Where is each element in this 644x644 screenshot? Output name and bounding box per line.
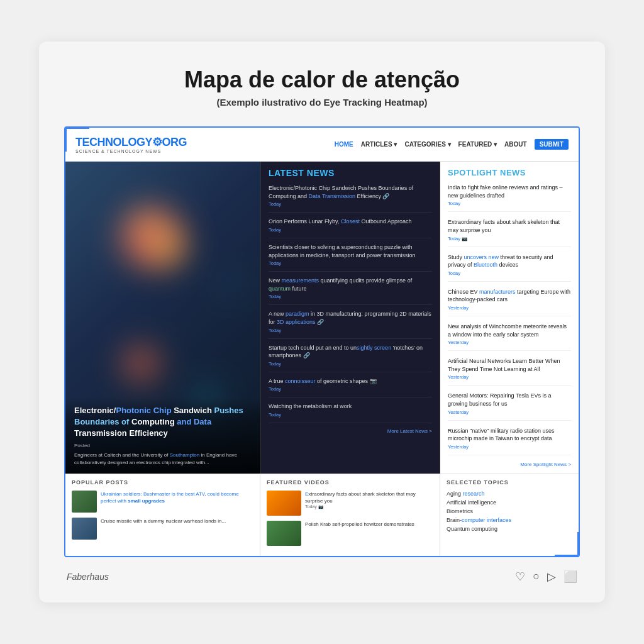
- site-content: Electronic/Photonic Chip Sandwich Pushes…: [65, 162, 579, 474]
- spotlight-item-title: Russian "native" military radio station …: [448, 427, 571, 443]
- logo-area: TECHNOLOGY⚙ORG SCIENCE & TECHNOLOGY NEWS: [75, 135, 187, 153]
- news-item-title: A new paradigm in 3D manufacturing: prog…: [269, 310, 432, 326]
- spotlight-date: Yesterday: [448, 409, 571, 415]
- topic-item[interactable]: Brain-computer interfaces: [447, 517, 572, 523]
- nav-featured[interactable]: FEATURED ▾: [458, 141, 497, 148]
- site-tagline: SCIENCE & TECHNOLOGY NEWS: [75, 149, 187, 153]
- news-meta: Today: [269, 201, 432, 207]
- news-meta: Today: [269, 328, 432, 333]
- news-item-title: Startup tech could put an end to unsight…: [269, 344, 432, 360]
- search-icon[interactable]: ○: [533, 570, 540, 584]
- card-subtitle: (Exemplo ilustrativo do Eye Tracking Hea…: [64, 97, 580, 108]
- news-meta: Today: [269, 412, 432, 418]
- featured-posted: Posted: [74, 443, 252, 448]
- news-item[interactable]: Scientists closer to solving a supercond…: [269, 243, 432, 272]
- spotlight-item[interactable]: India to fight fake online reviews and r…: [448, 184, 571, 212]
- news-meta: Today: [269, 361, 432, 367]
- spotlight-item-title: Study uncovers new threat to security an…: [448, 253, 571, 269]
- spotlight-item[interactable]: Artificial Neural Networks Learn Better …: [448, 357, 571, 386]
- news-meta: Today: [269, 386, 432, 392]
- spotlight-news-column: SPOTLIGHT NEWS India to fight fake onlin…: [440, 162, 579, 474]
- news-meta: Today: [269, 294, 432, 299]
- heatmap-blob-red-small: [116, 341, 166, 386]
- spotlight-item-title: India to fight fake online reviews and r…: [448, 184, 571, 199]
- site-logo: TECHNOLOGY⚙ORG: [75, 135, 187, 149]
- spotlight-date: Today: [448, 270, 571, 276]
- topic-item[interactable]: Artificial intelligence: [447, 499, 572, 506]
- news-item-title: A true connoisseur of geometric shapes 📷: [269, 377, 432, 386]
- spotlight-news-title: SPOTLIGHT NEWS: [448, 168, 571, 177]
- popular-item-title: Ukrainian soldiers: Bushmaster is the be…: [101, 491, 253, 513]
- footer-brand: Faberhaus: [67, 572, 109, 582]
- news-item[interactable]: Orion Performs Lunar Flyby, Closest Outb…: [269, 218, 432, 238]
- popular-item[interactable]: Cruise missile with a dummy nuclear warh…: [72, 518, 253, 540]
- spotlight-date: Yesterday: [448, 340, 571, 345]
- spotlight-item[interactable]: Russian "native" military radio station …: [448, 427, 571, 455]
- latest-news-title: LATEST NEWS: [269, 168, 432, 178]
- spotlight-item[interactable]: Study uncovers new threat to security an…: [448, 253, 571, 282]
- spotlight-item-title: Extraordinary facts about shark skeleton…: [448, 218, 571, 234]
- card: Mapa de calor de atenção (Exemplo ilustr…: [39, 42, 605, 602]
- news-item-title: Electronic/Photonic Chip Sandwich Pushes…: [269, 184, 432, 200]
- site-nav: HOME ARTICLES ▾ CATEGORIES ▾ FEATURED ▾ …: [335, 139, 569, 150]
- spotlight-item-title: Chinese EV manufacturers targeting Europ…: [448, 288, 571, 304]
- bookmark-icon[interactable]: ⬜: [564, 570, 577, 584]
- spotlight-item-title: New analysis of Winchcombe meteorite rev…: [448, 323, 571, 338]
- heatmap-blob-teal2: [223, 275, 242, 294]
- nav-categories[interactable]: CATEGORIES ▾: [404, 141, 450, 148]
- popular-item[interactable]: Ukrainian soldiers: Bushmaster is the be…: [72, 491, 253, 513]
- video-title: Extraordinary facts about shark skeleton…: [305, 491, 433, 504]
- share-icon[interactable]: ▷: [547, 570, 556, 584]
- featured-videos-section: FEATURED VIDEOS Extraordinary facts abou…: [260, 474, 440, 556]
- featured-desc: Engineers at Caltech and the University …: [74, 452, 252, 465]
- video-item[interactable]: Extraordinary facts about shark skeleton…: [267, 491, 433, 516]
- spotlight-item[interactable]: New analysis of Winchcombe meteorite rev…: [448, 323, 571, 351]
- news-item[interactable]: A true connoisseur of geometric shapes 📷…: [269, 377, 432, 398]
- nav-articles[interactable]: ARTICLES ▾: [361, 141, 397, 148]
- news-item[interactable]: Electronic/Photonic Chip Sandwich Pushes…: [269, 184, 432, 213]
- spotlight-date: Yesterday: [448, 444, 571, 450]
- popular-posts-section: POPULAR POSTS Ukrainian soldiers: Bushma…: [65, 474, 260, 556]
- spotlight-item-title: Artificial Neural Networks Learn Better …: [448, 357, 571, 373]
- browser-frame: TECHNOLOGY⚙ORG SCIENCE & TECHNOLOGY NEWS…: [64, 126, 580, 557]
- news-item-title: Scientists closer to solving a supercond…: [269, 243, 432, 259]
- corner-top-left: [64, 126, 89, 152]
- news-meta: Today: [269, 260, 432, 266]
- news-item[interactable]: A new paradigm in 3D manufacturing: prog…: [269, 310, 432, 338]
- popular-posts-title: POPULAR POSTS: [72, 479, 253, 486]
- card-header: Mapa de calor de atenção (Exemplo ilustr…: [64, 67, 580, 108]
- news-item[interactable]: Startup tech could put an end to unsight…: [269, 344, 432, 372]
- news-item[interactable]: Watching the metabolism at work Today: [269, 402, 432, 423]
- card-footer: Faberhaus ♡ ○ ▷ ⬜: [64, 570, 580, 584]
- nav-home[interactable]: HOME: [335, 141, 353, 148]
- popular-thumb: [72, 491, 97, 513]
- spotlight-item-title: General Motors: Repairing Tesla EVs is a…: [448, 392, 571, 408]
- heart-icon[interactable]: ♡: [515, 570, 525, 584]
- spotlight-item[interactable]: Extraordinary facts about shark skeleton…: [448, 218, 571, 247]
- spotlight-item[interactable]: General Motors: Repairing Tesla EVs is a…: [448, 392, 571, 420]
- more-latest-link[interactable]: More Latest News >: [269, 428, 432, 434]
- footer-icons: ♡ ○ ▷ ⬜: [515, 570, 577, 584]
- more-spotlight-link[interactable]: More Spotlight News >: [448, 462, 571, 467]
- news-item-title: New measurements quantifying qudits prov…: [269, 277, 432, 292]
- spotlight-item[interactable]: Chinese EV manufacturers targeting Europ…: [448, 288, 571, 316]
- nav-about[interactable]: ABOUT: [504, 141, 527, 148]
- site-header: TECHNOLOGY⚙ORG SCIENCE & TECHNOLOGY NEWS…: [65, 128, 579, 162]
- corner-bottom-right: [555, 532, 580, 557]
- video-thumb: [267, 491, 301, 516]
- featured-text-overlay: Electronic/Photonic Chip Sandwich Pushes…: [65, 397, 260, 474]
- news-meta: Today: [269, 227, 432, 233]
- video-thumb: [267, 521, 301, 546]
- news-item-title: Watching the metabolism at work: [269, 402, 432, 411]
- video-title: Polish Krab self-propelled howitzer demo…: [305, 521, 414, 528]
- spotlight-date: Yesterday: [448, 374, 571, 380]
- video-item[interactable]: Polish Krab self-propelled howitzer demo…: [267, 521, 433, 546]
- news-item[interactable]: New measurements quantifying qudits prov…: [269, 277, 432, 305]
- topic-item[interactable]: Biometrics: [447, 508, 572, 514]
- popular-thumb: [72, 518, 97, 540]
- video-meta: Today 📷: [305, 504, 433, 509]
- topic-item[interactable]: Aging research: [447, 491, 572, 497]
- latest-news-column: LATEST NEWS Electronic/Photonic Chip San…: [260, 162, 440, 474]
- topic-item[interactable]: Quantum computing: [447, 526, 572, 532]
- nav-submit[interactable]: SUBMIT: [535, 139, 569, 150]
